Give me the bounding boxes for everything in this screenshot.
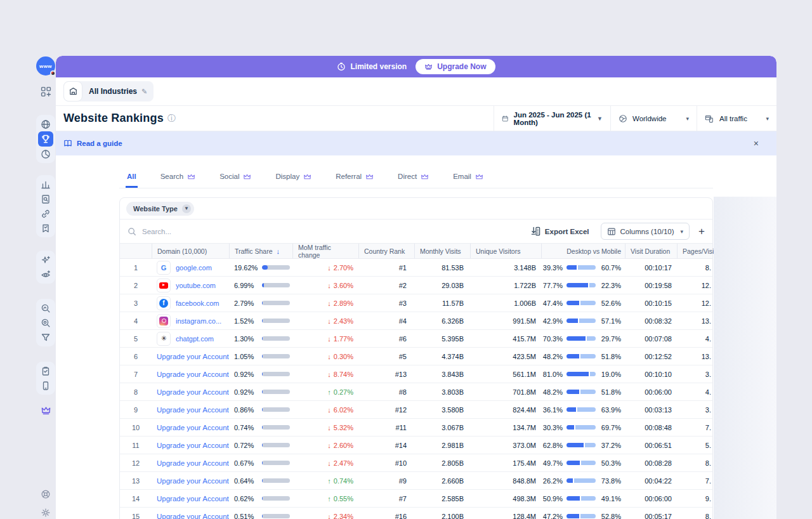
upgrade-crown-icon[interactable] (36, 403, 56, 417)
upgrade-account-link[interactable]: Upgrade your Account (157, 353, 229, 360)
website-rankings-icon[interactable] (38, 131, 53, 147)
domain-link[interactable]: facebook.com (176, 299, 219, 307)
web-overview-icon[interactable] (38, 117, 53, 131)
bar-chart-icon[interactable] (38, 177, 53, 192)
pages-per-visit-cell: 12. (677, 294, 712, 312)
industry-selector[interactable]: All Industries ✎ (63, 81, 154, 102)
geo-filter[interactable]: Worldwide ▾ (610, 106, 697, 131)
modules-add-icon[interactable] (36, 84, 56, 98)
columns-dropdown[interactable]: Columns (10/10) ▾ (601, 223, 690, 240)
close-icon[interactable]: × (754, 139, 759, 148)
premium-crown-icon (243, 173, 251, 180)
upgrade-account-link[interactable]: Upgrade your Account (157, 424, 229, 431)
pages-per-visit-cell: 8. (677, 259, 712, 276)
domain-cell: Upgrade your Account (152, 383, 229, 400)
column-header-mom[interactable]: MoM traffic change (292, 244, 358, 258)
rankings-card: Website Type ▼ Export Excel Columns (10/… (119, 197, 713, 519)
pages-per-visit-cell: 8. (677, 508, 712, 519)
domain-link[interactable]: instagram.co... (176, 317, 221, 325)
columns-icon (607, 227, 616, 236)
app-logo[interactable]: www (36, 56, 55, 76)
mobile-device-icon[interactable] (38, 378, 53, 393)
traffic-filter[interactable]: All traffic ▾ (697, 106, 776, 131)
clipboard-check-icon[interactable] (38, 364, 53, 378)
search-input[interactable] (142, 228, 282, 235)
column-header-share[interactable]: Traffic Share↓ (229, 244, 292, 258)
search-at-icon[interactable] (38, 315, 53, 330)
desktop-mobile-cell: 30.3%69.7% (541, 419, 625, 436)
desktop-segment (566, 301, 580, 305)
rank-cell: 2 (120, 277, 152, 294)
mom-change-value: 2.43% (334, 317, 353, 325)
tab-display[interactable]: Display (274, 168, 313, 188)
sparkles-plus-icon[interactable] (38, 253, 53, 267)
desktop-mobile-cell: 47.4%52.6% (541, 294, 625, 312)
tab-referral[interactable]: Referral (334, 168, 375, 188)
page-header: Website Rankings ⓘ Jun 2025 - Jun 2025 (… (56, 106, 776, 131)
upgrade-account-link[interactable]: Upgrade your Account (157, 371, 229, 378)
monthly-visits-cell: 11.57B (414, 294, 470, 312)
funnel-icon[interactable] (38, 330, 53, 345)
tab-social[interactable]: Social (218, 168, 252, 188)
arrow-up-icon: ↑ (327, 477, 331, 485)
column-header-pages[interactable]: Pages/Visit (677, 244, 712, 258)
upgrade-account-link[interactable]: Upgrade your Account (157, 406, 229, 414)
edit-pencil-icon[interactable]: ✎ (141, 88, 154, 96)
desktop-mobile-bar (566, 425, 596, 430)
info-icon[interactable]: ⓘ (167, 113, 176, 124)
market-share-icon[interactable] (38, 147, 53, 161)
domain-cell: Upgrade your Account (152, 437, 229, 454)
column-header-dvm[interactable]: Desktop vs Mobile (541, 244, 625, 258)
favicon-instagram (157, 314, 171, 328)
read-guide-link[interactable]: Read a guide (63, 140, 122, 147)
mobile-pct: 49.1% (599, 495, 621, 503)
help-icon[interactable] (38, 487, 53, 501)
domain-link[interactable]: youtube.com (176, 282, 216, 289)
traffic-share-bar (262, 319, 290, 323)
mobile-pct: 69.7% (599, 424, 621, 431)
columns-label: Columns (10/10) (620, 228, 674, 235)
upgrade-account-link[interactable]: Upgrade your Account (157, 459, 229, 467)
monthly-visits-cell: 3.803B (414, 383, 470, 400)
column-header-domain[interactable]: Domain (10,000) (152, 244, 229, 258)
add-column-button[interactable]: + (698, 225, 705, 238)
country-rank-cell: #4 (358, 312, 414, 329)
bookmark-check-icon[interactable] (38, 221, 53, 235)
traffic-share-cell: 0.74% (229, 419, 292, 436)
table-row: 11Upgrade your Account0.72%↓2.60%#142.98… (120, 437, 712, 454)
date-range-filter[interactable]: Jun 2025 - Jun 2025 (1 Month) ▼ (494, 106, 610, 131)
domain-link[interactable]: chatgpt.com (176, 335, 214, 343)
settings-gear-icon[interactable] (38, 505, 53, 519)
doc-search-icon[interactable] (38, 192, 53, 206)
mom-change-cell: ↓5.32% (292, 419, 358, 436)
export-excel-button[interactable]: Export Excel (531, 227, 589, 236)
website-type-filter[interactable]: Website Type ▼ (126, 202, 194, 216)
column-header-dur[interactable]: Visit Duration (625, 244, 677, 258)
mobile-segment (580, 354, 596, 358)
devices-icon (705, 114, 714, 123)
desktop-mobile-cell: 36.1%63.9% (541, 401, 625, 418)
tab-direct[interactable]: Direct (396, 168, 430, 188)
tab-email[interactable]: Email (452, 168, 485, 188)
domain-link[interactable]: google.com (176, 264, 212, 272)
column-header-crank[interactable]: Country Rank (358, 244, 414, 258)
upgrade-account-link[interactable]: Upgrade your Account (157, 513, 229, 519)
upgrade-account-link[interactable]: Upgrade your Account (157, 495, 229, 503)
tab-search[interactable]: Search (159, 168, 197, 188)
eye-plus-icon[interactable] (38, 267, 53, 282)
link-icon[interactable] (38, 206, 53, 221)
mom-change: ↓2.34% (327, 513, 353, 519)
column-header-visits[interactable]: Monthly Visits (414, 244, 470, 258)
search-trend-icon[interactable] (38, 301, 53, 315)
mom-change-value: 5.32% (334, 424, 353, 431)
upgrade-account-link[interactable]: Upgrade your Account (157, 388, 229, 396)
upgrade-account-link[interactable]: Upgrade your Account (157, 442, 229, 449)
tab-all[interactable]: All (126, 168, 138, 188)
traffic-share-bar (262, 443, 290, 447)
upgrade-now-button[interactable]: Upgrade Now (416, 59, 495, 74)
column-header-unique[interactable]: Unique Visitors (470, 244, 541, 258)
traffic-share-bar (262, 336, 290, 341)
upgrade-account-link[interactable]: Upgrade your Account (157, 477, 229, 485)
export-excel-icon (531, 227, 540, 236)
unique-visitors-cell: 848.8M (470, 472, 541, 489)
